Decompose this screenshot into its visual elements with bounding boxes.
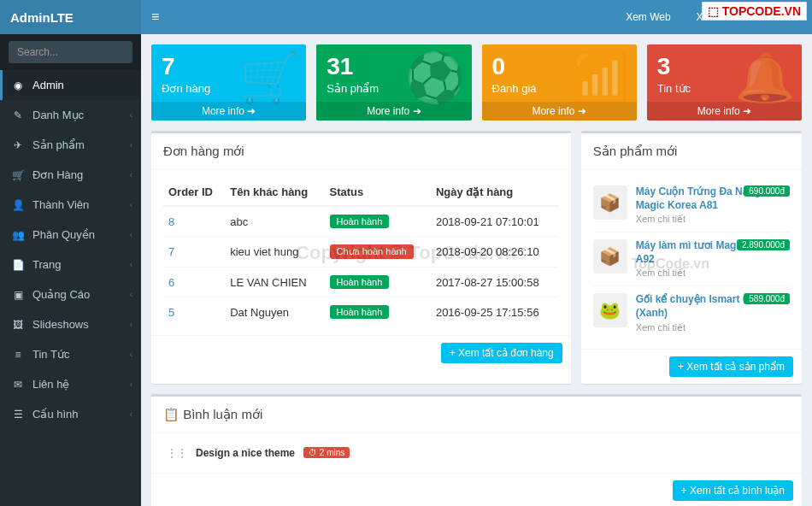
th-id: Order ID [163,179,225,206]
order-id-link[interactable]: 8 [168,215,174,228]
sidebar-item-7[interactable]: ▣Quảng Cáo‹ [0,279,141,309]
nav-icon: ◉ [10,79,26,91]
status-badge: Chưa hoàn hành [330,244,414,259]
comment-text: Design a nice theme [196,447,295,459]
product-image: 🐸 [593,293,627,327]
search-container [0,34,141,70]
view-all-products-button[interactable]: + Xem tất cả sản phẩm [669,356,793,377]
order-date: 2018-09-21 07:10:01 [431,206,559,237]
product-image: 📦 [593,239,627,274]
order-date: 2016-09-25 17:15:56 [431,297,559,327]
menu-toggle-icon[interactable]: ≡ [151,9,159,25]
price-badge: 690.000đ [744,185,790,197]
order-date: 2018-09-20 08:26:10 [431,237,559,268]
order-id-link[interactable]: 6 [168,276,174,289]
chevron-left-icon: ‹ [130,350,132,359]
th-status: Status [325,179,431,206]
view-all-comments-button[interactable]: + Xem tất cả bình luận [673,480,793,501]
stat-icon: 🔔 [735,50,795,106]
orders-title: Đơn hàng mới [151,133,571,170]
view-website-link[interactable]: Xem Web [626,11,670,23]
chevron-left-icon: ‹ [130,170,132,179]
nav-icon: ✈ [10,139,26,151]
orders-panel: Đơn hàng mới Order ID Tên khác hàng Stat… [151,131,571,384]
product-detail-link[interactable]: Xem chi tiết [636,322,790,333]
sidebar: AdminLTE ◉Admin✎Danh Mục‹✈Sản phẩm‹🛒Đơn … [0,0,141,506]
nav-label: Cấu hình [32,408,79,421]
nav-icon: 🖼 [10,319,26,331]
order-id-link[interactable]: 5 [168,306,174,319]
price-badge: 2.890.000đ [737,239,790,250]
stat-box-0: 7Đơn hàng🛒More info ➜ [151,44,306,121]
nav-label: Đơn Hàng [32,168,83,181]
nav-icon: 📄 [10,259,26,271]
product-detail-link[interactable]: Xem chi tiết [636,214,790,225]
stat-box-1: 31Sản phẩm⚽More info ➜ [316,44,471,121]
time-badge: ⏱ 2 mins [303,447,350,458]
price-badge: 589.000đ [744,293,790,304]
nav-icon: 👤 [10,199,26,211]
th-date: Ngày đặt hàng [431,179,559,206]
sidebar-item-10[interactable]: ✉Liên hệ‹ [0,369,141,399]
list-item: 📦Máy làm mì tươi Magic Korea A92Xem chi … [593,232,790,286]
sidebar-item-6[interactable]: 📄Trang‹ [0,250,141,279]
order-id-link[interactable]: 7 [168,245,174,258]
drag-icon[interactable]: ⋮⋮ [167,447,187,459]
comments-panel: 📋 Bình luận mới ⋮⋮Design a nice theme⏱ 2… [151,394,802,506]
brand-logo[interactable]: AdminLTE [0,0,141,34]
customer-name: kieu viet hung [225,237,324,268]
comments-title: 📋 Bình luận mới [151,397,802,433]
sidebar-item-1[interactable]: ✎Danh Mục‹ [0,100,141,130]
table-row: 7kieu viet hungChưa hoàn hành2018-09-20 … [163,237,559,268]
status-badge: Hoàn hành [330,305,390,319]
status-badge: Hoàn hành [330,275,390,289]
sidebar-item-11[interactable]: ☰Cấu hình‹ [0,399,141,429]
list-item: 📦Máy Cuộn Trứng Đa Năng Magic Korea A81X… [593,179,790,232]
topcode-badge: ⬚ TOPCODE.VN [702,2,807,21]
stat-icon: ⚽ [405,50,465,106]
sidebar-item-8[interactable]: 🖼Slideshows‹ [0,309,141,339]
product-image: 📦 [593,185,627,220]
chevron-left-icon: ‹ [130,140,132,150]
orders-table: Order ID Tên khác hàng Status Ngày đặt h… [163,179,559,327]
nav-icon: ✎ [10,109,26,121]
stat-icon: 🛒 [239,50,299,106]
nav-icon: ✉ [10,379,26,391]
nav-icon: 👥 [10,229,26,241]
stat-box-2: 0Đánh giá📶More info ➜ [482,44,637,121]
nav-label: Admin [32,79,64,91]
nav-label: Slideshows [32,318,89,331]
th-name: Tên khác hàng [225,179,324,206]
view-all-orders-button[interactable]: + Xem tất cả đơn hàng [441,343,562,363]
sidebar-item-0[interactable]: ◉Admin [0,70,141,100]
customer-name: abc [225,206,324,237]
list-icon: 📋 [163,407,179,421]
sidebar-item-3[interactable]: 🛒Đơn Hàng‹ [0,160,141,190]
nav-label: Sản phẩm [32,138,85,151]
chevron-left-icon: ‹ [130,409,132,419]
sidebar-item-9[interactable]: ≡Tin Tức‹ [0,339,141,369]
sidebar-nav: ◉Admin✎Danh Mục‹✈Sản phẩm‹🛒Đơn Hàng‹👤Thà… [0,70,141,429]
chevron-left-icon: ‹ [130,230,132,239]
nav-icon: ▣ [10,289,26,301]
nav-label: Trang [32,258,61,271]
order-date: 2017-08-27 15:00:58 [431,268,559,297]
status-badge: Hoàn hành [330,215,390,228]
chevron-left-icon: ‹ [130,260,132,269]
nav-label: Tin Tức [32,348,69,361]
customer-name: LE VAN CHIEN [225,268,324,297]
nav-label: Liên hệ [32,378,69,391]
sidebar-item-4[interactable]: 👤Thành Viên‹ [0,190,141,220]
chevron-left-icon: ‹ [130,380,132,389]
stat-icon: 📶 [570,50,630,106]
search-input[interactable] [9,41,132,63]
stat-box-3: 3Tin tức🔔More info ➜ [647,44,802,121]
chevron-left-icon: ‹ [130,290,132,299]
sidebar-item-2[interactable]: ✈Sản phẩm‹ [0,130,141,160]
product-detail-link[interactable]: Xem chi tiết [636,268,790,279]
nav-label: Thành Viên [32,198,89,211]
nav-icon: 🛒 [10,169,26,181]
sidebar-item-5[interactable]: 👥Phân Quyền‹ [0,220,141,250]
customer-name: Dat Nguyen [225,297,324,327]
products-panel: Sản phẩm mới 📦Máy Cuộn Trứng Đa Năng Mag… [581,131,802,384]
